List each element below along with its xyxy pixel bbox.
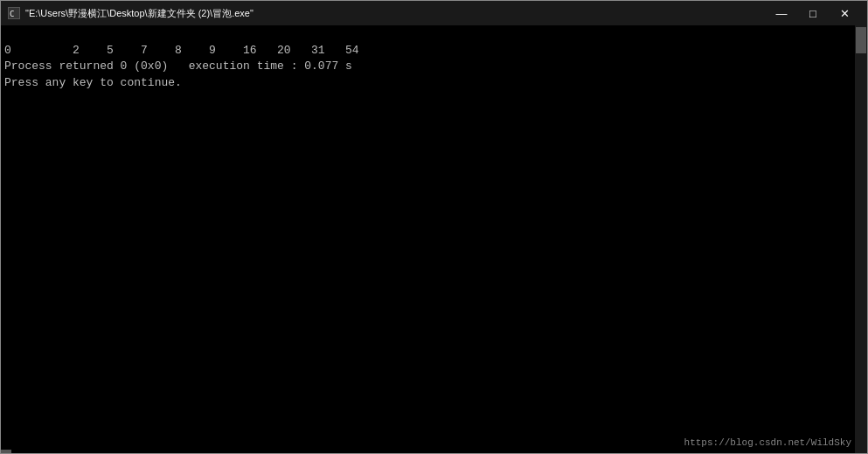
app-icon: C <box>8 7 20 19</box>
main-window: C "E:\Users\野漫横江\Desktop\新建文件夹 (2)\冒泡.ex… <box>0 0 868 454</box>
ruler-line: 0 2 5 7 8 9 16 20 31 54 <box>4 44 359 57</box>
console-output: 0 2 5 7 8 9 16 20 31 54 Process returned… <box>1 25 867 108</box>
window-title: "E:\Users\野漫横江\Desktop\新建文件夹 (2)\冒泡.exe" <box>25 7 253 20</box>
title-bar: C "E:\Users\野漫横江\Desktop\新建文件夹 (2)\冒泡.ex… <box>1 1 867 25</box>
vertical-scrollbar[interactable] <box>855 25 867 453</box>
title-bar-left: C "E:\Users\野漫横江\Desktop\新建文件夹 (2)\冒泡.ex… <box>8 7 253 20</box>
window-controls: — □ ✕ <box>766 1 860 25</box>
svg-text:C: C <box>10 10 14 18</box>
maximize-button[interactable]: □ <box>797 1 829 25</box>
minimize-button[interactable]: — <box>766 1 797 25</box>
close-button[interactable]: ✕ <box>829 1 860 25</box>
cursor-indicator <box>1 450 11 453</box>
scrollbar-thumb[interactable] <box>856 27 866 53</box>
output-line-2: Press any key to continue. <box>4 76 182 89</box>
console-area[interactable]: 0 2 5 7 8 9 16 20 31 54 Process returned… <box>1 25 867 453</box>
watermark: https://blog.csdn.net/WildSky <box>684 437 851 448</box>
output-line-1: Process returned 0 (0x0) execution time … <box>4 59 352 73</box>
